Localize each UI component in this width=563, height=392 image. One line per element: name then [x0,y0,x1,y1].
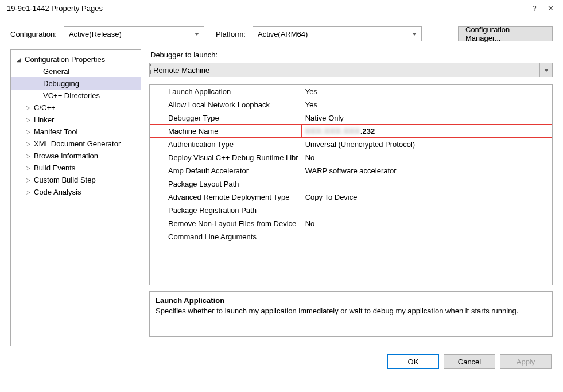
platform-select[interactable]: Active(ARM64) [253,26,422,41]
property-value[interactable]: Yes [302,98,552,111]
chevron-right-icon[interactable] [25,104,32,111]
property-value[interactable]: WARP software accelerator [302,164,552,177]
property-value[interactable] [302,204,552,217]
property-value[interactable]: XXX.XXX.XXX.232 [302,125,552,138]
property-key: Command Line Arguments [150,230,302,243]
property-row[interactable]: Command Line Arguments [150,230,552,243]
chevron-right-icon[interactable] [25,129,32,135]
property-value[interactable]: Universal (Unencrypted Protocol) [302,138,552,151]
tree-item-label: General [41,67,69,76]
chevron-right-icon[interactable] [25,189,32,195]
apply-button[interactable]: Apply [500,354,552,369]
property-value[interactable]: Yes [302,85,552,98]
configuration-value: Active(Release) [69,30,122,38]
property-value[interactable]: Native Only [302,111,552,125]
property-key: Amp Default Accelerator [150,164,302,177]
tree-root[interactable]: Configuration Properties [11,53,141,65]
chevron-right-icon[interactable] [25,165,32,171]
tree-item[interactable]: General [11,65,141,77]
tree-item-label: Browse Information [32,152,98,160]
tree-item-label: Code Analysis [32,188,81,196]
chevron-right-icon[interactable] [25,141,32,147]
property-key: Allow Local Network Loopback [150,98,302,111]
property-key: Remove Non-Layout Files from Device [150,217,302,230]
tree-item[interactable]: Manifest Tool [11,126,141,138]
tree-item-label: Build Events [32,164,75,172]
configuration-select[interactable]: Active(Release) [64,26,204,41]
chevron-right-icon[interactable] [25,153,32,159]
tree-item[interactable]: VC++ Directories [11,90,141,102]
configuration-manager-button[interactable]: Configuration Manager... [458,26,553,41]
property-value[interactable] [302,230,552,243]
tree-item[interactable]: Browse Information [11,150,141,162]
tree-item-label: Custom Build Step [32,176,96,184]
tree-item-label: XML Document Generator [32,139,121,148]
property-row[interactable]: Authentication TypeUniversal (Unencrypte… [150,138,552,151]
property-key: Debugger Type [150,111,302,125]
config-toolbar: Configuration: Active(Release) Platform:… [10,26,553,41]
tree-item-label: Manifest Tool [32,127,77,136]
tree-item[interactable]: Linker [11,114,141,126]
property-row[interactable]: Allow Local Network LoopbackYes [150,98,552,111]
property-row[interactable]: Machine NameXXX.XXX.XXX.232 [150,125,552,138]
chevron-down-icon[interactable] [539,63,552,77]
property-key: Advanced Remote Deployment Type [150,191,302,204]
tree-item[interactable]: XML Document Generator [11,138,141,150]
title-bar: 19-9e1-1442 Property Pages ? ✕ [0,0,563,17]
tree-item[interactable]: Debugging [11,77,141,90]
platform-label: Platform: [216,30,246,38]
property-key: Authentication Type [150,138,302,151]
property-grid[interactable]: Launch ApplicationYesAllow Local Network… [149,84,553,285]
property-row[interactable]: Package Registration Path [150,204,552,217]
tree-item[interactable]: C/C++ [11,102,141,114]
property-key: Package Layout Path [150,177,302,191]
property-row[interactable]: Package Layout Path [150,177,552,191]
tree-item-label: Linker [32,115,54,124]
ok-button[interactable]: OK [387,354,439,369]
description-text: Specifies whether to launch my applicati… [156,306,546,316]
description-title: Launch Application [156,296,546,305]
chevron-right-icon[interactable] [25,177,32,183]
close-icon[interactable]: ✕ [542,4,558,13]
help-icon[interactable]: ? [526,4,542,13]
tree-item[interactable]: Code Analysis [11,186,141,198]
debugger-select[interactable]: Remote Machine [149,63,553,77]
configuration-label: Configuration: [10,30,57,38]
property-row[interactable]: Amp Default AcceleratorWARP software acc… [150,164,552,177]
property-value[interactable]: No [302,217,552,230]
tree-item-label: VC++ Directories [41,91,100,100]
property-value[interactable]: Copy To Device [302,191,552,204]
property-row[interactable]: Launch ApplicationYes [150,85,552,98]
chevron-down-icon[interactable] [15,56,22,63]
property-row[interactable]: Advanced Remote Deployment TypeCopy To D… [150,191,552,204]
debugger-value: Remote Machine [153,66,209,75]
tree-item[interactable]: Build Events [11,162,141,174]
tree-item-label: Debugging [41,79,79,88]
tree-item[interactable]: Custom Build Step [11,174,141,186]
property-key: Launch Application [150,85,302,98]
property-row[interactable]: Deploy Visual C++ Debug Runtime LibrNo [150,151,552,164]
property-value[interactable]: No [302,151,552,164]
debugger-launch-label: Debugger to launch: [150,51,553,59]
property-key: Package Registration Path [150,204,302,217]
dialog-buttons: OK Cancel Apply [10,354,553,369]
cancel-button[interactable]: Cancel [444,354,495,369]
property-row[interactable]: Debugger TypeNative Only [150,111,552,125]
chevron-right-icon[interactable] [25,117,32,123]
property-key: Machine Name [150,125,302,138]
window-title: 19-9e1-1442 Property Pages [5,4,526,13]
property-value[interactable] [302,177,552,191]
platform-value: Active(ARM64) [258,30,308,38]
property-key: Deploy Visual C++ Debug Runtime Libr [150,151,302,164]
property-row[interactable]: Remove Non-Layout Files from DeviceNo [150,217,552,230]
nav-tree[interactable]: Configuration PropertiesGeneralDebugging… [10,49,141,346]
description-panel: Launch Application Specifies whether to … [149,291,553,337]
tree-item-label: C/C++ [32,103,56,112]
